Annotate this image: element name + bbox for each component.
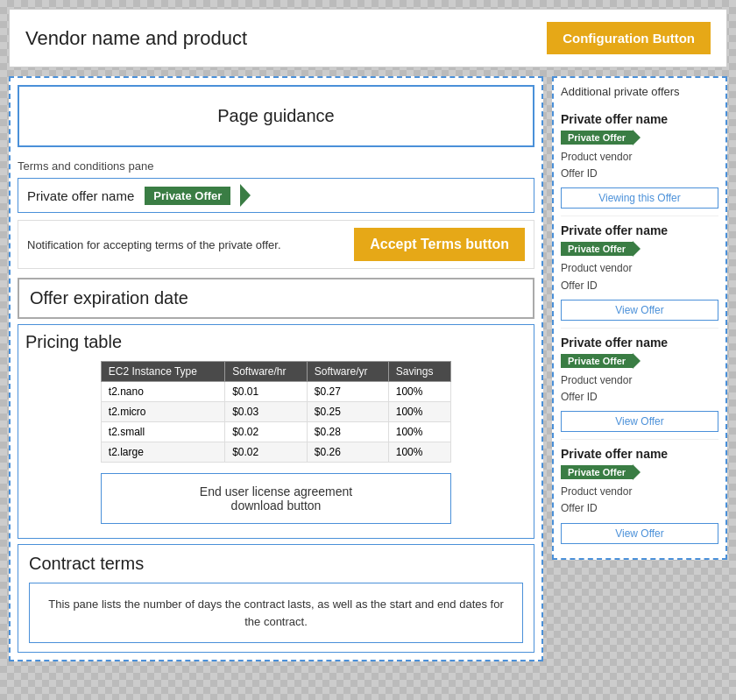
pricing-section: Pricing table EC2 Instance Type Software… — [18, 324, 534, 539]
col-header-instance: EC2 Instance Type — [101, 362, 224, 382]
table-cell: t2.small — [101, 422, 224, 442]
col-header-savings: Savings — [388, 362, 450, 382]
offer-card-details: Product vendorOffer ID — [561, 484, 718, 517]
offer-badge-arrow-icon — [633, 464, 640, 480]
offer-card-badge-row: Private Offer — [561, 353, 718, 369]
offer-card-name: Private offer name — [561, 447, 718, 461]
table-cell: 100% — [388, 422, 450, 442]
offer-card-details: Product vendorOffer ID — [561, 372, 718, 406]
offer-card: Private offer name Private Offer Product… — [561, 329, 718, 440]
table-row: t2.micro$0.03$0.25100% — [101, 402, 450, 422]
table-cell: 100% — [388, 382, 450, 402]
offer-card-button[interactable]: View Offer — [561, 300, 718, 321]
offer-badge-arrow-icon — [633, 130, 640, 145]
accept-terms-button[interactable]: Accept Terms button — [354, 228, 525, 261]
offer-card-name: Private offer name — [561, 112, 718, 126]
main-layout: Page guidance Terms and conditions pane … — [9, 76, 727, 661]
offer-card: Private offer name Private Offer Product… — [561, 440, 718, 550]
pricing-table: EC2 Instance Type Software/hr Software/y… — [101, 361, 451, 463]
offer-card-badge: Private Offer — [561, 354, 633, 368]
offer-name-text: Private offer name — [27, 188, 134, 203]
contract-title: Contract terms — [29, 554, 523, 574]
offer-card-details: Product vendorOffer ID — [561, 149, 718, 182]
vendor-product-title: Vendor name and product — [25, 27, 247, 50]
table-cell: $0.28 — [307, 422, 388, 442]
terms-pane-label: Terms and conditions pane — [11, 154, 541, 174]
right-panel-title: Additional private offers — [561, 85, 718, 98]
offer-card: Private offer name Private Offer Product… — [561, 216, 718, 328]
table-cell: $0.02 — [225, 442, 308, 463]
offer-card-button[interactable]: Viewing this Offer — [561, 187, 718, 209]
header: Vendor name and product Configuration Bu… — [9, 9, 727, 67]
pricing-table-header-row: EC2 Instance Type Software/hr Software/y… — [101, 362, 450, 382]
contract-section: Contract terms This pane lists the numbe… — [18, 544, 534, 653]
col-header-sw-yr: Software/yr — [307, 362, 388, 382]
offer-card-button[interactable]: View Offer — [561, 411, 718, 432]
expiration-title: Offer expiration date — [30, 288, 188, 308]
table-cell: t2.nano — [101, 382, 224, 402]
table-cell: $0.25 — [307, 402, 388, 422]
offer-card-badge: Private Offer — [561, 465, 633, 479]
offer-cards-container: Private offer name Private Offer Product… — [561, 105, 718, 551]
table-cell: $0.01 — [225, 382, 308, 402]
page-guidance: Page guidance — [18, 85, 534, 147]
notification-row: Notification for accepting terms of the … — [18, 220, 534, 269]
table-cell: $0.03 — [225, 402, 308, 422]
badge-arrow-icon — [240, 184, 251, 207]
pricing-title: Pricing table — [25, 332, 527, 352]
configuration-button[interactable]: Configuration Button — [547, 22, 711, 54]
contract-text: This pane lists the number of days the c… — [29, 583, 523, 643]
offer-card-badge: Private Offer — [561, 131, 633, 145]
private-offer-badge: Private Offer — [145, 187, 230, 205]
table-cell: t2.micro — [101, 402, 224, 422]
offer-card: Private offer name Private Offer Product… — [561, 105, 718, 216]
table-cell: $0.27 — [307, 382, 388, 402]
offer-card-badge: Private Offer — [561, 242, 633, 256]
expiration-section: Offer expiration date — [18, 278, 534, 319]
offer-card-badge-row: Private Offer — [561, 241, 718, 257]
offer-badge-arrow-icon — [633, 353, 640, 369]
table-cell: 100% — [388, 402, 450, 422]
offer-card-name: Private offer name — [561, 223, 718, 237]
offer-badge-arrow-icon — [633, 241, 640, 257]
offer-card-name: Private offer name — [561, 336, 718, 350]
table-cell: t2.large — [101, 442, 224, 463]
table-row: t2.large$0.02$0.26100% — [101, 442, 450, 463]
table-row: t2.small$0.02$0.28100% — [101, 422, 450, 442]
offer-card-details: Product vendorOffer ID — [561, 260, 718, 293]
offer-card-button[interactable]: View Offer — [561, 523, 718, 544]
offer-name-row: Private offer name Private Offer — [18, 178, 534, 213]
offer-card-badge-row: Private Offer — [561, 130, 718, 145]
table-cell: $0.26 — [307, 442, 388, 463]
col-header-sw-hr: Software/hr — [225, 362, 308, 382]
table-cell: 100% — [388, 442, 450, 463]
table-cell: $0.02 — [225, 422, 308, 442]
notification-text: Notification for accepting terms of the … — [27, 238, 342, 251]
eula-download-button[interactable]: End user license agreementdownload butto… — [101, 473, 451, 524]
left-panel: Page guidance Terms and conditions pane … — [9, 76, 543, 661]
right-panel: Additional private offers Private offer … — [552, 76, 727, 560]
table-row: t2.nano$0.01$0.27100% — [101, 382, 450, 402]
offer-card-badge-row: Private Offer — [561, 464, 718, 480]
